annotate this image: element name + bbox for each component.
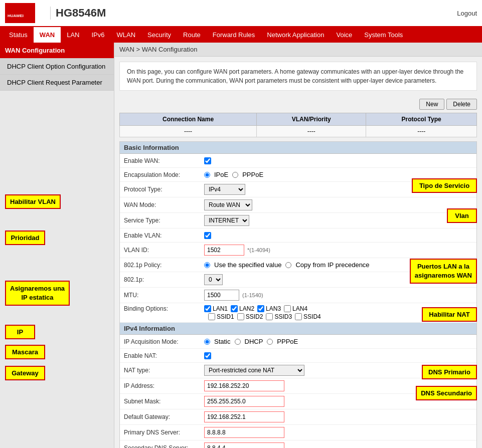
label-service-type: Service Type: (124, 217, 204, 224)
annotation-puertos-lan: Puertos LAN a laasignaremos WAN (410, 259, 477, 284)
label-lan3: LAN3 (257, 305, 281, 312)
label-ssid3: SSID3 (266, 313, 292, 320)
label-wan-mode: WAN Mode: (124, 201, 204, 208)
label-protocol: Protocol Type: (124, 186, 204, 193)
row-mtu: MTU: (1-1540) (120, 288, 476, 303)
label-enable-nat: Enable NAT: (124, 352, 204, 359)
check-ssid4[interactable] (295, 313, 302, 320)
radio-ipoe[interactable] (204, 172, 210, 178)
label-pppoe: PPPoE (242, 171, 263, 178)
enable-wan-checkbox[interactable] (204, 157, 211, 164)
row-vlan-id: VLAN ID: *(1-4094) (120, 243, 476, 258)
row-enable-wan: Enable WAN: (120, 154, 476, 168)
nav-network-application[interactable]: Network Application (261, 27, 330, 43)
sidebar-item-wan-config[interactable]: WAN Configuration (0, 43, 114, 59)
select-nat-type[interactable]: Port-restricted cone NAT (204, 365, 304, 376)
annotation-ip-estatica: Asignaremos unaIP estatica (5, 281, 70, 306)
label-binding: Binding Options: (124, 305, 204, 312)
label-ssid2: SSID2 (237, 313, 263, 320)
ipv4-info-header: IPv4 Information (120, 323, 476, 335)
select-wan-mode[interactable]: Route WAN Bridge WAN (204, 199, 252, 210)
nav-voice[interactable]: Voice (330, 27, 358, 43)
row-ip-acq-mode: IP Acquisition Mode: Static DHCP PPPoE (120, 335, 476, 349)
col-vlan-priority: VLAN/Priority (257, 113, 366, 126)
check-lan1[interactable] (204, 305, 211, 312)
enable-vlan-checkbox[interactable] (204, 232, 211, 239)
input-default-gw[interactable] (204, 411, 284, 422)
check-lan3[interactable] (257, 305, 264, 312)
sidebar-item-dhcp-request[interactable]: DHCP Client Request Parameter (0, 75, 114, 91)
check-lan4[interactable] (284, 305, 291, 312)
radio-pppoe[interactable] (232, 172, 238, 178)
nav-lan[interactable]: LAN (61, 27, 85, 43)
label-specified-value: Use the specified value (214, 261, 281, 269)
label-ip-acq: IP Acquisition Mode: (124, 338, 204, 345)
radio-copy-ip[interactable] (285, 262, 291, 268)
nav-wlan[interactable]: WLAN (111, 27, 142, 43)
label-pppoe-ipv4: PPPoE (277, 338, 298, 345)
label-secondary-dns: Secondary DNS Server: (124, 444, 204, 448)
input-mtu[interactable] (204, 290, 239, 301)
delete-button[interactable]: Delete (446, 99, 477, 110)
nav-security[interactable]: Security (141, 27, 177, 43)
check-lan2[interactable] (231, 305, 238, 312)
label-primary-dns: Primary DNS Server: (124, 429, 204, 436)
nav-forward-rules[interactable]: Forward Rules (207, 27, 261, 43)
logo-area: HUAWEI (5, 3, 35, 23)
row-secondary-dns: Secondary DNS Server: (120, 440, 476, 448)
annotation-mascara: Mascara (5, 345, 45, 359)
input-primary-dns[interactable] (204, 427, 284, 438)
select-service-type[interactable]: INTERNET TR069 VOIP OTHER (204, 215, 249, 226)
check-ssid1[interactable] (208, 313, 215, 320)
nav-wan[interactable]: WAN (34, 27, 61, 43)
annotation-dns-secundario: DNS Secundario (416, 386, 477, 400)
check-ssid2[interactable] (237, 313, 244, 320)
col-protocol-type: Protocol Type (366, 113, 477, 126)
input-secondary-dns[interactable] (204, 442, 284, 448)
label-ssid1: SSID1 (208, 313, 234, 320)
row-enable-vlan: Enable VLAN: (120, 229, 476, 243)
label-static: Static (214, 338, 231, 345)
select-8021p[interactable]: 0 1 2 3 4 5 6 7 (204, 274, 223, 285)
row-wan-mode: WAN Mode: Route WAN Bridge WAN (120, 197, 476, 213)
annotation-ip: IP (5, 325, 35, 339)
brand-title: HG8546M (50, 7, 106, 20)
row-service-type: Service Type: INTERNET TR069 VOIP OTHER (120, 213, 476, 229)
radio-dhcp[interactable] (235, 339, 241, 345)
nav-status[interactable]: Status (3, 27, 34, 43)
label-8021p-policy: 802.1p Policy: (124, 262, 204, 269)
radio-specified-value[interactable] (204, 262, 210, 268)
svg-text:HUAWEI: HUAWEI (8, 14, 24, 18)
huawei-logo: HUAWEI (5, 3, 35, 23)
svg-rect-0 (5, 3, 35, 23)
label-nat-type: NAT type: (124, 367, 204, 374)
input-ip-address[interactable] (204, 380, 284, 391)
check-ssid3[interactable] (266, 313, 273, 320)
input-vlan-id[interactable] (204, 245, 244, 256)
vlan-id-hint: *(1-4094) (247, 247, 270, 253)
nav-bar: Status WAN LAN IPv6 WLAN Security Route … (0, 27, 482, 43)
annotation-prioridad: Prioridad (5, 231, 45, 245)
label-dhcp: DHCP (245, 338, 263, 345)
nav-route[interactable]: Route (177, 27, 207, 43)
radio-static[interactable] (204, 339, 210, 345)
label-ssid4: SSID4 (295, 313, 321, 320)
new-button[interactable]: New (419, 99, 444, 110)
sidebar-item-dhcp-option[interactable]: DHCP Client Option Configuration (0, 59, 114, 75)
nav-system-tools[interactable]: System Tools (358, 27, 409, 43)
nav-ipv6[interactable]: IPv6 (86, 27, 111, 43)
label-encap: Encapsulation Mode: (124, 171, 204, 178)
table-row-empty: ---- ---- ---- (120, 126, 477, 137)
breadcrumb: WAN > WAN Configuration (114, 43, 482, 57)
label-vlan-id: VLAN ID: (124, 247, 204, 254)
input-subnet-mask[interactable] (204, 396, 284, 407)
row-primary-dns: Primary DNS Server: (120, 425, 476, 440)
select-protocol[interactable]: IPv4 IPv6 IPv4/IPv6 (204, 184, 245, 195)
logout-button[interactable]: Logout (457, 10, 477, 17)
label-subnet-mask: Subnet Mask: (124, 398, 204, 405)
wan-table: Connection Name VLAN/Priority Protocol T… (119, 113, 477, 137)
col-connection-name: Connection Name (120, 113, 257, 126)
radio-pppoe-ipv4[interactable] (267, 339, 273, 345)
enable-nat-checkbox[interactable] (204, 352, 211, 359)
info-box: On this page, you can configure WAN port… (119, 62, 477, 91)
